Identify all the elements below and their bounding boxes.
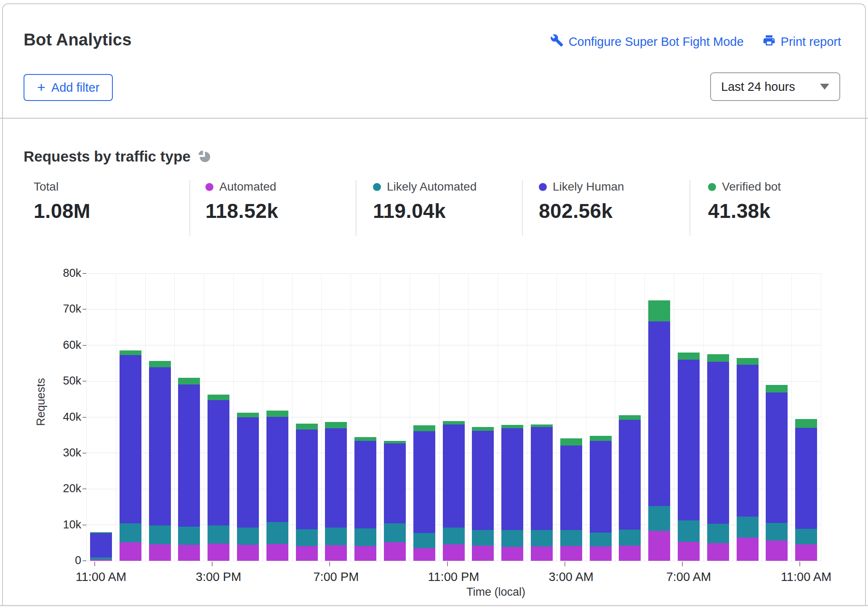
stat-likely-automated[interactable]: Likely Automated119.04k — [373, 180, 477, 223]
bar-segment-automated — [266, 544, 288, 561]
bar-4-3-00-pm — [208, 395, 229, 561]
bar-segment-automated — [149, 544, 171, 561]
x-gridline — [586, 273, 586, 561]
x-gridline — [674, 273, 674, 561]
y-tick-label: 40k — [31, 411, 81, 424]
bar-segment-likely-automated — [120, 523, 141, 542]
header-links: Configure Super Bot Fight Mode Print rep… — [550, 34, 841, 50]
bar-segment-likely-human — [266, 417, 288, 522]
add-filter-label: Add filter — [51, 81, 99, 95]
bar-segment-likely-human — [149, 367, 171, 526]
add-filter-button[interactable]: + Add filter — [24, 74, 113, 101]
y-tick-label: 70k — [31, 302, 81, 316]
page-title: Bot Analytics — [24, 30, 132, 49]
bar-segment-likely-automated — [149, 525, 171, 544]
bar-segment-verified-bot — [149, 361, 171, 367]
y-tick-mark — [83, 345, 86, 346]
bar-11-10-00-pm — [413, 425, 435, 561]
bar-15-2-00-am — [531, 424, 553, 561]
x-tick-label: 3:00 AM — [525, 570, 618, 584]
stat-value: 802.56k — [539, 199, 624, 223]
stat-divider — [356, 180, 357, 236]
bar-segment-automated — [648, 531, 670, 561]
bar-segment-likely-human — [384, 443, 406, 523]
configure-super-bot-fight-mode-link[interactable]: Configure Super Bot Fight Mode — [550, 34, 744, 50]
y-tick-mark — [83, 273, 86, 274]
x-tick-label: 11:00 AM — [760, 570, 852, 584]
bar-segment-automated — [178, 545, 200, 561]
bar-segment-verified-bot — [266, 411, 288, 417]
x-gridline — [145, 273, 146, 561]
bar-segment-likely-human — [178, 385, 200, 527]
bar-segment-likely-human — [296, 430, 318, 529]
bar-segment-verified-bot — [560, 438, 582, 446]
x-gridline — [468, 273, 469, 561]
plus-icon: + — [37, 80, 45, 94]
legend-dot — [708, 183, 716, 191]
stat-likely-human[interactable]: Likely Human802.56k — [539, 180, 624, 223]
bar-segment-automated — [443, 544, 465, 561]
x-tick-mark — [212, 562, 213, 566]
bar-segment-likely-human — [707, 362, 729, 524]
bar-18-5-00-am — [619, 415, 641, 561]
bar-segment-verified-bot — [237, 413, 259, 417]
bar-segment-verified-bot — [472, 427, 494, 431]
bar-21-8-00-am — [707, 354, 729, 561]
x-gridline — [615, 273, 615, 561]
bar-segment-automated — [678, 542, 700, 561]
bar-segment-automated — [766, 541, 788, 561]
bar-segment-likely-automated — [648, 506, 670, 531]
bar-segment-automated — [354, 546, 376, 561]
stat-label-row: Likely Automated — [373, 180, 477, 194]
x-axis-title: Time (local) — [412, 586, 580, 599]
bar-segment-automated — [120, 542, 141, 561]
print-report-link[interactable]: Print report — [762, 34, 841, 50]
y-tick-label: 50k — [31, 374, 81, 387]
stat-automated[interactable]: Automated118.52k — [205, 180, 278, 223]
stat-label: Likely Automated — [387, 180, 477, 194]
y-gridline — [86, 309, 821, 310]
bar-segment-automated — [795, 544, 817, 561]
bar-segment-likely-automated — [590, 533, 612, 546]
stat-label-row: Automated — [205, 180, 278, 194]
stat-verified-bot[interactable]: Verified bot41.38k — [708, 180, 781, 223]
legend-dot — [205, 183, 213, 191]
bar-segment-likely-automated — [707, 524, 729, 543]
bar-segment-automated — [296, 546, 318, 561]
legend-dot — [373, 183, 381, 191]
bar-segment-likely-human — [590, 441, 612, 533]
y-tick-label: 80k — [31, 267, 81, 280]
chevron-down-icon — [820, 84, 829, 90]
bar-segment-automated — [501, 547, 523, 561]
y-tick-label: 20k — [31, 482, 81, 495]
bar-segment-verified-bot — [795, 419, 817, 428]
bar-segment-likely-human — [501, 428, 523, 530]
bar-segment-automated — [619, 546, 641, 561]
bar-segment-verified-bot — [737, 358, 759, 365]
x-gridline — [204, 273, 204, 561]
stat-total[interactable]: Total1.08M — [34, 180, 91, 223]
x-gridline — [527, 273, 527, 561]
bar-16-3-00-am — [560, 438, 582, 561]
pie-chart-icon — [197, 149, 212, 164]
bar-segment-automated — [472, 546, 494, 561]
time-range-select[interactable]: Last 24 hours — [710, 72, 840, 101]
bar-segment-automated — [707, 543, 729, 561]
x-gridline — [733, 273, 733, 561]
y-tick-mark — [83, 525, 86, 525]
bar-segment-likely-human — [619, 420, 641, 530]
bar-segment-verified-bot — [648, 300, 670, 321]
bar-segment-likely-automated — [560, 530, 582, 546]
bar-8-7-00-pm — [325, 422, 347, 561]
bar-segment-likely-human — [737, 365, 759, 517]
x-gridline — [644, 273, 645, 561]
x-tick-mark — [682, 562, 683, 566]
bar-segment-automated — [413, 548, 435, 561]
x-tick-label: 11:00 AM — [55, 570, 147, 584]
bar-segment-likely-automated — [795, 529, 817, 544]
x-gridline — [86, 273, 87, 561]
bar-segment-likely-automated — [413, 533, 435, 548]
x-gridline — [233, 273, 234, 561]
bar-13-12-00-am — [472, 427, 494, 561]
stat-value: 1.08M — [34, 199, 91, 223]
